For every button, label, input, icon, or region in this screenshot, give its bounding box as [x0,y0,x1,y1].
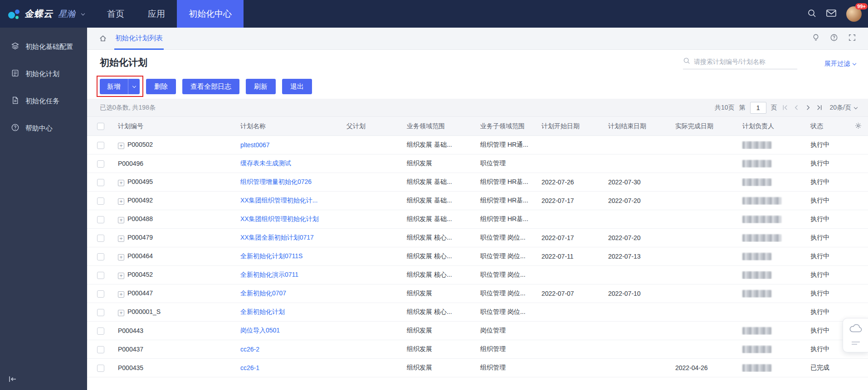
row-checkbox[interactable] [97,272,104,279]
refresh-button[interactable]: 刷新 [246,79,276,94]
sidebar-item-help-center[interactable]: 帮助中心 [0,115,87,142]
plan-name-link[interactable]: 缓存表未生成测试 [240,159,291,167]
row-checkbox[interactable] [97,253,104,260]
column-header[interactable]: 计划开始日期 [536,122,603,130]
plan-name-link[interactable]: 岗位导入0501 [240,327,280,334]
row-checkbox[interactable] [97,327,104,335]
app-logo[interactable]: 金蝶云 星瀚 [0,7,91,21]
redacted-owner [742,216,781,223]
plan-name-link[interactable]: 全新初始化演示0711 [240,271,298,278]
first-page-icon[interactable] [782,104,789,111]
column-header[interactable]: 计划编号 [112,122,235,130]
row-checkbox[interactable] [97,179,104,186]
row-checkbox[interactable] [97,346,104,353]
row-checkbox[interactable] [97,216,104,223]
sidebar-item-init-plan[interactable]: 初始化计划 [0,60,87,87]
row-checkbox[interactable] [97,290,104,298]
column-header[interactable]: 业务领域范围 [401,122,475,130]
plan-code-cell: +P000488 [112,215,235,224]
table-row[interactable]: +P000001_S全新初始化计划组织发展 核心...职位管理 岗位...执行中 [87,303,868,322]
sidebar-collapse-icon[interactable] [8,376,17,385]
expand-icon[interactable]: + [118,180,124,186]
plan-name-link[interactable]: 组织管理增量初始化0726 [240,178,312,185]
select-all-checkbox[interactable] [97,123,104,130]
feedback-widget[interactable] [843,318,868,352]
table-row[interactable]: P000437cc26-2组织发展组织管理执行中 [87,340,868,359]
nav-item-init-center[interactable]: 初始化中心 [177,0,244,28]
column-header[interactable]: 状态 [805,122,848,130]
page-number-input[interactable] [750,102,766,114]
gear-icon[interactable] [854,122,862,131]
row-checkbox[interactable] [97,235,104,242]
fullscreen-icon[interactable] [848,34,856,43]
last-page-icon[interactable] [816,104,823,111]
table-row[interactable]: +P000495组织管理增量初始化0726组织发展 基础...组织管理 HR基.… [87,173,868,192]
column-header[interactable]: 业务子领域范围 [475,122,536,130]
expand-icon[interactable]: + [118,236,124,242]
plan-name-link[interactable]: cc26-1 [240,364,259,371]
table-row[interactable]: +P000452全新初始化演示0711组织发展 核心...职位管理 岗位...执… [87,266,868,284]
plan-search-input[interactable] [694,58,797,65]
search-icon [683,57,690,66]
plan-name-link[interactable]: XX集团组织管理初始化计... [240,197,317,204]
table-row[interactable]: +P000447全新初始化0707组织发展职位管理 岗位...2022-07-0… [87,284,868,303]
home-icon[interactable] [99,34,107,43]
nav-item-apps[interactable]: 应用 [136,0,177,28]
expand-icon[interactable]: + [118,198,124,205]
search-icon[interactable] [807,9,816,19]
view-logs-button[interactable]: 查看全部日志 [182,79,239,94]
add-dropdown-caret[interactable] [128,79,140,94]
expand-icon[interactable]: + [118,291,124,298]
row-checkbox[interactable] [97,365,104,372]
expand-icon[interactable]: + [118,273,124,279]
avatar[interactable]: 99+ [846,6,862,22]
delete-button[interactable]: 删除 [146,79,176,94]
next-page-icon[interactable] [805,104,811,111]
table-row[interactable]: P000435cc26-1组织发展组织管理2022-04-26已完成 [87,359,868,377]
table-row[interactable]: P000443岗位导入0501组织发展岗位管理执行中 [87,322,868,340]
plan-name-link[interactable]: 全新初始化计划 [240,308,285,315]
row-checkbox[interactable] [97,142,104,149]
column-header[interactable]: 计划负责人 [737,122,805,130]
plan-name-link[interactable]: pltest0067 [240,141,270,149]
plan-name-link[interactable]: 全新初始化0707 [240,289,286,297]
task-icon [11,96,20,106]
column-header[interactable]: 实际完成日期 [670,122,737,130]
row-checkbox[interactable] [97,197,104,205]
table-row[interactable]: +P000488XX集团组织管理初始化计划组织发展 基础...组织管理 HR基.… [87,210,868,229]
add-button[interactable]: 新增 [100,79,140,94]
expand-icon[interactable]: + [118,143,124,149]
row-checkbox-cell [87,271,112,279]
mail-icon[interactable] [826,9,836,19]
exit-button[interactable]: 退出 [282,79,312,94]
lightbulb-icon[interactable] [812,34,820,43]
expand-filter-toggle[interactable]: 展开过滤 [824,60,856,68]
page-size-select[interactable]: 20条/页 [830,104,857,112]
prev-page-icon[interactable] [793,104,800,111]
expand-icon[interactable]: + [118,254,124,260]
plan-name-link[interactable]: XX集团组织管理初始化计划 [240,215,319,222]
plan-name-link[interactable]: XX集团全新初始计划0717 [240,234,314,241]
sidebar-item-base-config[interactable]: 初始化基础配置 [0,33,87,60]
table-row[interactable]: +P000502pltest0067组织发展 基础...组织管理 HR通...执… [87,136,868,154]
tab-init-plan-list[interactable]: 初始化计划列表 [114,28,164,50]
start-date-cell: 2022-07-17 [536,197,603,204]
chevron-down-icon [853,62,856,65]
plan-owner-cell [737,252,805,260]
column-header[interactable]: 父计划 [341,122,401,130]
row-checkbox[interactable] [97,160,104,168]
plan-name-link[interactable]: 全新初始化计划0711S [240,252,302,260]
nav-item-home[interactable]: 首页 [95,0,136,28]
expand-icon[interactable]: + [118,310,124,316]
column-header[interactable]: 计划名称 [235,122,341,130]
table-row[interactable]: +P000492XX集团组织管理初始化计...组织发展 基础...组织管理 HR… [87,192,868,210]
table-row[interactable]: P000496缓存表未生成测试组织发展职位管理执行中 [87,154,868,173]
sidebar-item-init-task[interactable]: 初始化任务 [0,87,87,115]
plan-name-link[interactable]: cc26-2 [240,346,259,353]
expand-icon[interactable]: + [118,217,124,223]
table-row[interactable]: +P000479XX集团全新初始计划0717组织发展 核心...职位管理 岗位.… [87,229,868,247]
table-row[interactable]: +P000464全新初始化计划0711S组织发展 核心...职位管理 岗位...… [87,247,868,266]
column-header[interactable]: 计划结束日期 [603,122,670,130]
row-checkbox[interactable] [97,309,104,316]
help-circle-icon[interactable] [830,34,838,43]
